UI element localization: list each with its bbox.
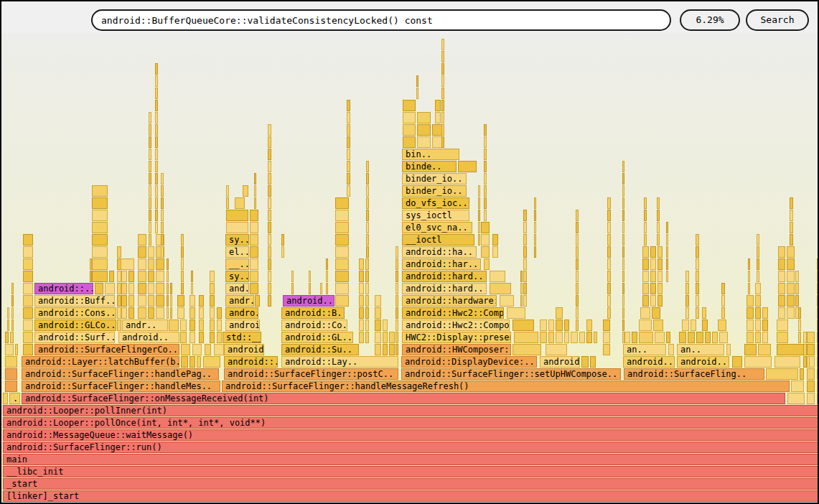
flame-frame[interactable] [149,197,151,209]
flame-frame[interactable] [11,295,14,307]
flame-frame[interactable] [268,210,271,221]
flame-frame[interactable] [366,173,369,185]
flame-frame[interactable] [155,197,158,209]
flame-frame[interactable] [217,307,222,319]
flame-frame[interactable] [778,258,785,270]
flame-frame[interactable] [167,283,169,294]
flame-frame[interactable] [523,271,527,282]
flame-frame[interactable] [778,246,785,258]
flame-frame[interactable] [268,173,271,185]
flame-frame[interactable] [155,112,158,123]
flame-frame[interactable] [484,124,487,136]
flame-frame[interactable] [807,344,815,355]
flame-frame[interactable] [642,283,649,294]
flame-frame[interactable] [478,234,480,246]
flame-frame[interactable] [359,271,364,282]
flame-frame[interactable] [149,222,151,233]
flame-frame[interactable] [696,271,699,282]
flame-frame[interactable] [579,332,585,343]
flame-frame[interactable] [335,295,349,307]
flame-frame[interactable] [787,307,795,319]
flame-frame[interactable] [167,271,169,282]
flame-frame[interactable] [774,356,800,368]
flame-frame[interactable] [416,88,418,99]
flame-frame[interactable] [534,234,536,246]
flame-frame[interactable] [787,393,805,404]
flame-frame[interactable] [441,124,444,136]
flame-frame[interactable]: android::SurfaceFlinger::handleMes.. [22,381,220,392]
flame-frame[interactable]: android::DisplayDevice:.. [401,356,537,368]
flame-frame[interactable] [365,332,369,343]
flame-frame[interactable] [180,319,187,331]
flame-frame[interactable]: android::hard.. [402,271,487,282]
flame-frame[interactable] [121,258,134,270]
flame-frame[interactable] [795,295,799,307]
flame-frame[interactable] [309,283,311,294]
flame-frame[interactable] [11,319,14,331]
flame-frame[interactable] [250,271,258,282]
flame-frame[interactable] [650,283,656,294]
flame-frame[interactable] [432,136,442,148]
flame-frame[interactable] [790,210,793,221]
flame-frame[interactable] [291,271,294,282]
flame-frame[interactable] [148,295,154,307]
flame-frame[interactable] [365,283,369,294]
flame-frame[interactable] [668,344,674,355]
flame-frame[interactable] [281,234,284,246]
flame-frame[interactable] [155,75,158,87]
flame-frame[interactable] [326,283,328,294]
flame-frame[interactable] [365,271,369,282]
flame-frame[interactable] [777,319,788,331]
flamegraph-canvas[interactable]: [linker]_start_start__libc_initmainandro… [1,33,818,502]
flame-frame[interactable] [748,271,750,282]
flame-frame[interactable] [148,283,154,294]
flame-frame[interactable] [359,332,364,343]
flame-frame[interactable] [655,332,665,343]
flame-frame[interactable]: android::SurfaceFlinger::handlePag.. [22,368,219,380]
flame-frame[interactable] [375,344,381,355]
flame-frame[interactable] [603,332,610,343]
flame-frame[interactable]: binder_io.. [402,173,467,185]
flame-frame[interactable] [121,271,127,282]
flame-frame[interactable] [156,295,164,307]
flame-frame[interactable] [632,332,637,343]
flame-frame[interactable] [441,75,444,87]
flame-frame[interactable] [92,185,108,197]
flame-frame[interactable] [523,234,527,246]
flame-frame[interactable] [644,234,647,246]
flame-frame[interactable]: sys_ioctl [402,210,469,221]
flame-frame[interactable] [441,51,444,62]
flame-frame[interactable] [556,319,563,331]
flame-frame[interactable] [607,295,611,307]
flame-frame[interactable] [366,222,369,233]
flame-frame[interactable] [189,332,195,343]
flame-frame[interactable] [778,307,785,319]
flame-frame[interactable] [359,295,364,307]
flame-frame[interactable] [652,307,660,319]
flame-frame[interactable] [375,295,381,307]
flame-frame[interactable] [396,344,398,355]
flame-frame[interactable] [576,246,579,258]
flame-frame[interactable] [347,100,350,111]
flame-frame[interactable] [155,88,158,99]
flame-frame[interactable]: HWC2::Display::present.. [402,332,511,343]
flame-frame[interactable] [92,222,108,233]
flame-frame[interactable] [798,307,801,319]
flame-frame[interactable] [484,197,487,209]
flame-frame[interactable] [696,283,699,294]
flame-frame[interactable] [383,344,388,355]
flame-frame[interactable]: android.. [283,295,334,307]
flame-frame[interactable] [744,344,757,355]
flame-frame[interactable] [243,185,248,197]
flame-frame[interactable] [210,332,215,343]
flame-frame[interactable] [148,307,154,319]
flame-frame[interactable] [170,307,172,319]
flame-frame[interactable] [254,185,256,197]
flame-frame[interactable]: and.. [225,283,249,294]
flame-frame[interactable] [622,210,624,221]
flame-frame[interactable] [5,381,17,392]
flame-frame[interactable] [603,319,610,331]
flame-frame[interactable] [148,258,154,270]
flame-frame[interactable] [359,319,364,331]
flame-frame[interactable] [603,344,610,355]
